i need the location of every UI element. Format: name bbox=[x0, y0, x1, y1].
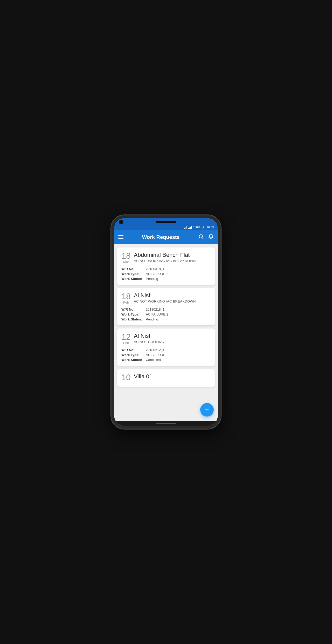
time: 16:53 bbox=[206, 226, 214, 229]
camera bbox=[119, 220, 123, 224]
work-status-row-2: Work Status: Pending bbox=[121, 317, 211, 321]
app-bar: Work Requests bbox=[114, 230, 218, 244]
phone-screen: 100% ⚡ 16:53 Work Requests bbox=[114, 218, 218, 426]
card-title-3: Al Nisf bbox=[134, 333, 211, 339]
status-bar: 100% ⚡ 16:53 bbox=[114, 218, 218, 230]
work-type-value-3: AC FAILURE bbox=[146, 353, 165, 357]
battery-text: 100% bbox=[193, 226, 200, 229]
wr-no-value-2: 20180218_1 bbox=[146, 307, 164, 311]
card-header-1: 18 Mar Abdominal Bench Flat AC NOT WORKI… bbox=[121, 252, 211, 264]
work-status-value-2: Pending bbox=[146, 317, 158, 321]
add-work-request-button[interactable]: + bbox=[200, 403, 214, 417]
card-month-3: Feb bbox=[123, 341, 129, 345]
search-button[interactable] bbox=[198, 234, 204, 240]
card-month-2: Feb bbox=[123, 300, 129, 304]
card-date-4: 10 bbox=[121, 373, 131, 381]
work-status-row-1: Work Status: Pending bbox=[121, 277, 211, 281]
work-type-label-3: Work Type: bbox=[121, 353, 145, 357]
card-date-2: 18 Feb bbox=[121, 292, 131, 304]
work-request-card-1[interactable]: 18 Mar Abdominal Bench Flat AC NOT WORKI… bbox=[117, 247, 215, 285]
work-status-value-1: Pending bbox=[146, 277, 158, 281]
card-title-4: Villa 01 bbox=[134, 373, 211, 380]
work-type-value-1: AC FAILURE 2 bbox=[146, 272, 168, 276]
wifi-icon bbox=[184, 226, 187, 229]
content-area: 18 Mar Abdominal Bench Flat AC NOT WORKI… bbox=[114, 244, 218, 421]
card-info-2: Al Nisf AC NOT WORKING /AC BREAKDOWN bbox=[134, 292, 211, 303]
card-day-3: 12 bbox=[121, 333, 131, 341]
app-title: Work Requests bbox=[128, 234, 194, 240]
home-indicator bbox=[156, 423, 176, 424]
work-type-row-1: Work Type: AC FAILURE 2 bbox=[121, 272, 211, 276]
status-icons: 100% ⚡ 16:53 bbox=[184, 225, 214, 229]
work-request-card-3[interactable]: 12 Feb Al Nisf AC NOT COOLING W/R No: 20… bbox=[117, 328, 215, 366]
wr-no-label-1: W/R No: bbox=[121, 267, 145, 271]
speaker bbox=[156, 221, 176, 223]
card-header-4: 10 Villa 01 bbox=[121, 373, 211, 381]
side-button bbox=[220, 262, 220, 278]
work-type-label-2: Work Type: bbox=[121, 312, 145, 316]
card-header-2: 18 Feb Al Nisf AC NOT WORKING /AC BREAKD… bbox=[121, 292, 211, 304]
signal-icon bbox=[188, 226, 192, 229]
card-day-2: 18 bbox=[121, 292, 131, 300]
card-info-3: Al Nisf AC NOT COOLING bbox=[134, 333, 211, 344]
card-details-1: W/R No: 20180318_1 Work Type: AC FAILURE… bbox=[121, 267, 211, 281]
wr-no-value-3: 20180212_1 bbox=[146, 348, 164, 352]
card-info-4: Villa 01 bbox=[134, 373, 211, 380]
wr-no-row-2: W/R No: 20180218_1 bbox=[121, 307, 211, 311]
phone-frame: 100% ⚡ 16:53 Work Requests bbox=[112, 216, 220, 428]
card-day-1: 18 bbox=[121, 252, 131, 260]
work-status-label-3: Work Status: bbox=[121, 358, 145, 362]
work-status-row-3: Work Status: Cancelled bbox=[121, 358, 211, 362]
work-type-row-3: Work Type: AC FAILURE bbox=[121, 353, 211, 357]
card-subtitle-1: AC NOT WORKING /AC BREAKDOWN bbox=[134, 259, 211, 263]
wr-no-value-1: 20180318_1 bbox=[146, 267, 164, 271]
card-details-3: W/R No: 20180212_1 Work Type: AC FAILURE… bbox=[121, 348, 211, 362]
work-type-label-1: Work Type: bbox=[121, 272, 145, 276]
card-month-1: Mar bbox=[123, 260, 129, 264]
battery-icon: ⚡ bbox=[202, 225, 205, 229]
card-subtitle-2: AC NOT WORKING /AC BREAKDOWN bbox=[134, 299, 211, 303]
wr-no-label-3: W/R No: bbox=[121, 348, 145, 352]
card-date-1: 18 Mar bbox=[121, 252, 131, 264]
card-title-2: Al Nisf bbox=[134, 292, 211, 299]
card-date-3: 12 Feb bbox=[121, 333, 131, 345]
card-info-1: Abdominal Bench Flat AC NOT WORKING /AC … bbox=[134, 252, 211, 263]
card-day-4: 10 bbox=[121, 373, 131, 381]
card-title-1: Abdominal Bench Flat bbox=[134, 252, 211, 258]
home-bar bbox=[114, 421, 218, 426]
work-request-card-4[interactable]: 10 Villa 01 bbox=[117, 369, 215, 387]
menu-button[interactable] bbox=[118, 235, 123, 239]
work-type-value-2: AC FAILURE 2 bbox=[146, 312, 168, 316]
work-request-card-2[interactable]: 18 Feb Al Nisf AC NOT WORKING /AC BREAKD… bbox=[117, 288, 215, 325]
card-header-3: 12 Feb Al Nisf AC NOT COOLING bbox=[121, 333, 211, 345]
work-status-label-1: Work Status: bbox=[121, 277, 145, 281]
wr-no-row-1: W/R No: 20180318_1 bbox=[121, 267, 211, 271]
card-subtitle-3: AC NOT COOLING bbox=[134, 340, 211, 344]
notification-button[interactable] bbox=[208, 234, 214, 240]
work-status-label-2: Work Status: bbox=[121, 317, 145, 321]
card-details-2: W/R No: 20180218_1 Work Type: AC FAILURE… bbox=[121, 307, 211, 321]
work-type-row-2: Work Type: AC FAILURE 2 bbox=[121, 312, 211, 316]
wr-no-row-3: W/R No: 20180212_1 bbox=[121, 348, 211, 352]
svg-line-1 bbox=[202, 238, 203, 239]
wr-no-label-2: W/R No: bbox=[121, 307, 145, 311]
work-status-value-3: Cancelled bbox=[146, 358, 161, 362]
